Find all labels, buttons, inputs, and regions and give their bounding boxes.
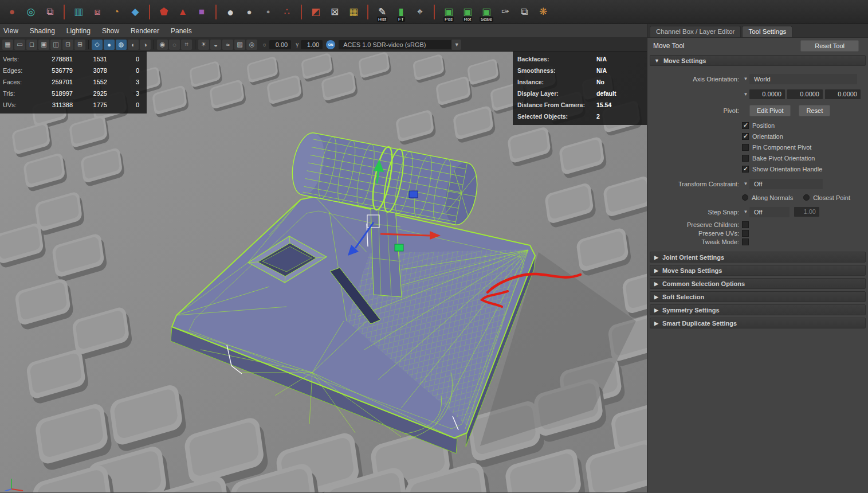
chevron-down-icon[interactable]: ▼ xyxy=(742,76,749,81)
chevron-down-icon[interactable]: ▼ xyxy=(452,40,461,50)
menu-panels[interactable]: Panels xyxy=(171,27,192,35)
resolution-gate-icon[interactable]: ◻ xyxy=(26,40,37,50)
bake-pivot-orientation-checkbox[interactable] xyxy=(742,155,749,162)
scale-snapshot-icon-label: Scale xyxy=(480,17,493,22)
axis-orientation-select[interactable]: World xyxy=(749,74,857,84)
gate-mask-icon[interactable]: ▣ xyxy=(38,40,49,50)
turntable-icon[interactable]: ◔ xyxy=(108,2,125,22)
isolate-select-icon[interactable]: ◉ xyxy=(157,40,168,50)
preserve-children-checkbox[interactable] xyxy=(742,221,749,228)
collapse-right-icon: ▶ xyxy=(654,307,658,313)
wireframe-icon[interactable]: ◇ xyxy=(92,40,103,50)
image-plane-icon[interactable]: ⊠ xyxy=(326,2,343,22)
closest-point-label: Closest Point xyxy=(813,194,850,201)
preserve-uvs-checkbox[interactable] xyxy=(742,230,749,237)
closest-point-radio[interactable] xyxy=(803,194,810,201)
hud-uvs-selected: 1775 xyxy=(73,101,107,108)
edit-pivot-button[interactable]: Edit Pivot xyxy=(749,105,791,116)
rot-snapshot-icon[interactable]: ▣Rot xyxy=(459,2,476,22)
view-transform-select[interactable]: ACES 1.0 SDR-video (sRGB) xyxy=(339,40,451,49)
use-default-material-icon[interactable]: ◐ xyxy=(128,40,139,50)
hud-edges-selected: 3078 xyxy=(73,67,107,74)
reset-tool-button[interactable]: Reset Tool xyxy=(800,40,859,52)
symmetry-settings-header[interactable]: ▶Symmetry Settings xyxy=(650,304,866,315)
ft-ruler-icon[interactable]: ▮FT xyxy=(392,2,410,22)
viewport-canvas[interactable]: Verts:27888115310 Edges:53677930780 Face… xyxy=(0,52,647,492)
sphere-large-icon[interactable]: ● xyxy=(222,2,239,22)
graph-bars-icon[interactable]: ▥ xyxy=(70,2,87,22)
camera-settings-icon[interactable]: ⌗ xyxy=(181,40,192,50)
pos-snapshot-icon[interactable]: ▣Pos xyxy=(440,2,457,22)
grid-toggle-icon[interactable]: ▦ xyxy=(2,40,13,50)
menu-view[interactable]: View xyxy=(3,27,18,35)
scale-snapshot-icon[interactable]: ▣Scale xyxy=(478,2,495,22)
toon-sphere-icon[interactable]: ◎ xyxy=(22,2,40,22)
menu-renderer[interactable]: Renderer xyxy=(131,27,159,35)
ssao-icon[interactable]: ◒ xyxy=(210,40,221,50)
sphere-small-icon[interactable]: ● xyxy=(260,2,277,22)
plane-handle-blue[interactable] xyxy=(409,191,418,198)
tab-channel-box-layer-editor[interactable]: Channel Box / Layer Editor xyxy=(650,26,741,37)
motion-blur-icon[interactable]: ≈ xyxy=(222,40,233,50)
color-management-toggle[interactable]: ON xyxy=(326,40,335,49)
move-settings-header[interactable]: ▼ Move Settings xyxy=(650,55,866,66)
eyedropper-icon[interactable]: ◆ xyxy=(127,2,144,22)
tab-tool-settings[interactable]: Tool Settings xyxy=(742,26,792,37)
exposure-field[interactable]: 0.00 xyxy=(269,40,291,49)
plane-handle-green[interactable] xyxy=(395,244,403,251)
safe-title-icon[interactable]: ⊞ xyxy=(74,40,85,50)
hypergraph-icon[interactable]: ⧈ xyxy=(89,2,106,22)
menu-lighting[interactable]: Lighting xyxy=(66,27,91,35)
show-orientation-handle-checkbox[interactable] xyxy=(742,166,749,173)
menu-show[interactable]: Show xyxy=(102,27,119,35)
shaded-icon[interactable]: ● xyxy=(104,40,115,50)
lighting-icon[interactable]: ☀ xyxy=(198,40,209,50)
step-snap-increment-field[interactable]: 1.00 xyxy=(794,207,819,217)
sphere-medium-icon[interactable]: ● xyxy=(241,2,258,22)
along-normals-radio[interactable] xyxy=(742,194,748,201)
move-y-field[interactable]: 0.0000 xyxy=(787,89,823,99)
spray-brush-icon[interactable]: ❋ xyxy=(535,2,552,22)
gamma-field[interactable]: 1.00 xyxy=(301,40,323,49)
common-selection-options-header[interactable]: ▶Common Selection Options xyxy=(650,278,866,289)
pivot-reset-button[interactable]: Reset xyxy=(799,105,830,116)
separator xyxy=(88,40,89,49)
move-z-field[interactable]: 0.0000 xyxy=(825,89,861,99)
measure-locator-icon[interactable]: ⌖ xyxy=(411,2,429,22)
cube-wire-icon[interactable]: ◩ xyxy=(307,2,324,22)
step-snap-select[interactable]: Off xyxy=(749,207,790,217)
grid-table-icon[interactable]: ▦ xyxy=(345,2,362,22)
move-x-field[interactable]: 0.0000 xyxy=(749,89,785,99)
chevron-down-icon[interactable]: ▼ xyxy=(742,92,749,97)
tweak-mode-checkbox[interactable] xyxy=(742,238,749,245)
field-chart-icon[interactable]: ◫ xyxy=(50,40,61,50)
chevron-down-icon[interactable]: ▼ xyxy=(742,181,749,186)
paint-transfer-icon[interactable]: ✑ xyxy=(497,2,514,22)
soft-selection-header[interactable]: ▶Soft Selection xyxy=(650,291,866,302)
hud-smoothness-value: N/A xyxy=(596,67,607,74)
paint-sphere-icon[interactable]: ● xyxy=(3,2,21,22)
menu-shading[interactable]: Shading xyxy=(30,27,55,35)
orientation-checkbox[interactable] xyxy=(742,133,749,140)
xray-icon[interactable]: ◌ xyxy=(169,40,180,50)
square-tool-icon[interactable]: ■ xyxy=(193,2,210,22)
pin-component-pivot-checkbox[interactable] xyxy=(742,144,749,151)
particle-dots-icon[interactable]: ∴ xyxy=(278,2,296,22)
position-checkbox[interactable] xyxy=(742,122,749,129)
image-copy-icon[interactable]: ⧉ xyxy=(516,2,533,22)
history-pencil-icon[interactable]: ✎Hist xyxy=(374,2,391,22)
pentagon-tool-icon[interactable]: ⬟ xyxy=(155,2,172,22)
triangle-tool-icon[interactable]: ▲ xyxy=(174,2,191,22)
multisample-icon[interactable]: ▨ xyxy=(234,40,245,50)
safe-action-icon[interactable]: ⊡ xyxy=(62,40,73,50)
node-network-icon[interactable]: ⧉ xyxy=(41,2,58,22)
smart-duplicate-settings-header[interactable]: ▶Smart Duplicate Settings xyxy=(650,318,866,328)
joint-orient-settings-header[interactable]: ▶Joint Orient Settings xyxy=(650,252,866,263)
transform-constraint-select[interactable]: Off xyxy=(749,179,823,189)
shadows-icon[interactable]: ◑ xyxy=(140,40,151,50)
film-gate-icon[interactable]: ▭ xyxy=(14,40,25,50)
chevron-down-icon[interactable]: ▼ xyxy=(742,209,749,214)
depth-of-field-icon[interactable]: ◎ xyxy=(246,40,257,50)
textured-icon[interactable]: ◍ xyxy=(116,40,127,50)
move-snap-settings-header[interactable]: ▶Move Snap Settings xyxy=(650,265,866,276)
